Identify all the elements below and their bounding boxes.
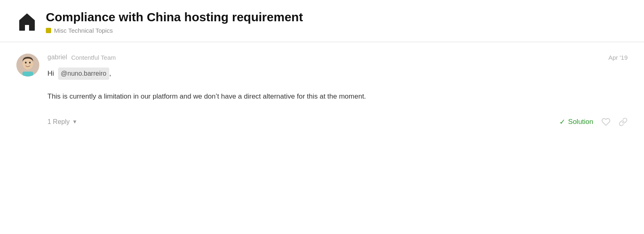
category-color-square	[46, 28, 51, 33]
post-body-text: This is currently a limitation in our pl…	[47, 92, 366, 100]
svg-point-5	[29, 62, 31, 63]
category-label: Misc Technical Topics	[54, 27, 113, 34]
solution-label: Solution	[568, 118, 593, 126]
checkmark-icon: ✓	[559, 117, 565, 126]
post-team-badge: Contentful Team	[71, 54, 116, 61]
post-date: Apr '19	[608, 54, 628, 61]
share-link-button[interactable]	[619, 117, 628, 126]
avatar	[16, 54, 39, 76]
post-body: Hi @nuno.barreiro, This is currently a l…	[47, 68, 628, 102]
svg-rect-2	[23, 72, 33, 76]
post-username[interactable]: gabriel	[47, 54, 67, 61]
post-content: gabriel Contentful Team Apr '19 Hi @nuno…	[47, 54, 628, 126]
mention-tag[interactable]: @nuno.barreiro	[58, 68, 109, 80]
home-icon[interactable]	[16, 11, 38, 34]
like-button[interactable]	[601, 117, 610, 126]
reply-count-button[interactable]: 1 Reply ▼	[47, 118, 77, 126]
post-meta: gabriel Contentful Team Apr '19	[47, 54, 628, 61]
greeting-text: Hi	[47, 70, 54, 77]
category-row: Misc Technical Topics	[46, 27, 303, 34]
header-text-block: Compliance with China hosting requiremen…	[46, 10, 303, 34]
post-inner: gabriel Contentful Team Apr '19 Hi @nuno…	[16, 54, 628, 126]
meta-left: gabriel Contentful Team	[47, 54, 116, 61]
svg-point-4	[25, 62, 27, 63]
page-title: Compliance with China hosting requiremen…	[46, 10, 303, 25]
reply-count-label: 1 Reply	[47, 118, 70, 126]
page-header: Compliance with China hosting requiremen…	[0, 0, 644, 42]
chevron-down-icon: ▼	[72, 119, 77, 125]
post-container: gabriel Contentful Team Apr '19 Hi @nuno…	[0, 42, 644, 135]
solution-button[interactable]: ✓ Solution	[559, 117, 593, 126]
comma: ,	[109, 70, 111, 77]
post-actions: ✓ Solution	[559, 117, 628, 126]
post-footer: 1 Reply ▼ ✓ Solution	[47, 114, 628, 126]
